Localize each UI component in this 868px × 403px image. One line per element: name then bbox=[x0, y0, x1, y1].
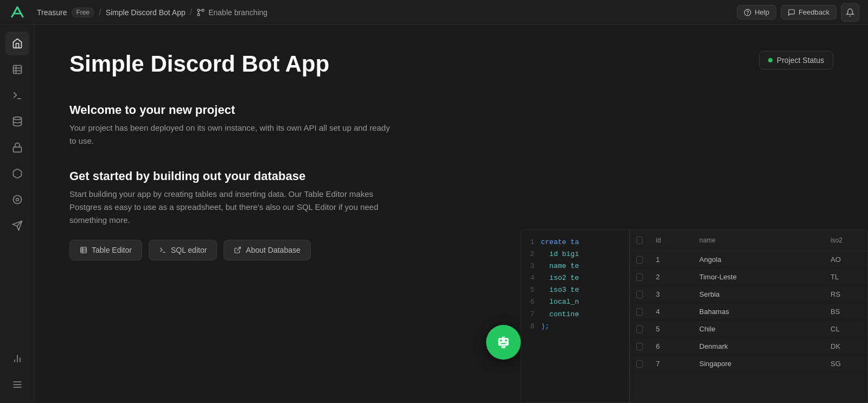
table-row: 7 Singapore SG bbox=[630, 355, 867, 373]
row-checkbox[interactable] bbox=[630, 286, 649, 303]
select-all-checkbox[interactable] bbox=[636, 236, 643, 244]
overlay-container: 1 create ta 2 id bigi 3 name te 4 iso2 t… bbox=[521, 229, 868, 403]
code-line-2: 2 id bigi bbox=[528, 248, 622, 260]
cell-iso2: AO bbox=[824, 251, 867, 268]
sidebar-item-packages[interactable] bbox=[5, 162, 29, 185]
table-row: 3 Serbia RS bbox=[630, 286, 867, 303]
cell-name: Chile bbox=[693, 321, 824, 337]
svg-rect-32 bbox=[505, 340, 507, 341]
project-name[interactable]: Simple Discord Bot App bbox=[106, 8, 186, 17]
cell-name: Bahamas bbox=[693, 303, 824, 320]
code-editor: 1 create ta 2 id bigi 3 name te 4 iso2 t… bbox=[521, 229, 629, 403]
svg-rect-7 bbox=[13, 66, 21, 74]
separator-1: / bbox=[99, 8, 101, 17]
svg-rect-33 bbox=[501, 343, 506, 344]
svg-point-6 bbox=[748, 14, 748, 14]
line-num: 2 bbox=[528, 248, 534, 260]
about-database-button[interactable]: About Database bbox=[224, 240, 310, 260]
row-checkbox[interactable] bbox=[630, 251, 649, 268]
row-checkbox[interactable] bbox=[630, 268, 649, 285]
cell-name: Serbia bbox=[693, 286, 824, 303]
col-header-iso2: iso2 bbox=[824, 234, 867, 246]
svg-rect-13 bbox=[13, 147, 21, 152]
db-title: Get started by building out your databas… bbox=[69, 169, 833, 183]
sidebar-item-table[interactable] bbox=[5, 57, 29, 81]
code-content: iso2 te bbox=[541, 272, 579, 284]
code-line-8: 8 ); bbox=[528, 321, 622, 332]
select-all-header bbox=[630, 234, 649, 246]
svg-point-2 bbox=[197, 9, 200, 11]
data-table: id name iso2 1 Angola AO 2 Timor-Leste T… bbox=[629, 229, 868, 403]
sidebar bbox=[0, 25, 35, 403]
project-status-button[interactable]: Project Status bbox=[759, 51, 833, 69]
cell-name: Timor-Leste bbox=[693, 268, 824, 285]
help-button[interactable]: Help bbox=[737, 5, 776, 20]
app-logo[interactable] bbox=[9, 4, 26, 21]
table-editor-label: Table Editor bbox=[92, 246, 132, 254]
sidebar-item-sql[interactable] bbox=[5, 84, 29, 107]
row-checkbox[interactable] bbox=[630, 338, 649, 355]
cell-id: 6 bbox=[649, 338, 693, 355]
welcome-title: Welcome to your new project bbox=[69, 103, 833, 117]
table-row: 4 Bahamas BS bbox=[630, 303, 867, 321]
feedback-button[interactable]: Feedback bbox=[781, 5, 837, 20]
cell-iso2: BS bbox=[824, 303, 867, 320]
table-editor-button[interactable]: Table Editor bbox=[69, 240, 142, 260]
svg-rect-36 bbox=[501, 346, 506, 348]
row-checkbox[interactable] bbox=[630, 303, 649, 320]
chat-widget[interactable] bbox=[486, 325, 521, 360]
topbar: Treasure Free / Simple Discord Bot App /… bbox=[0, 0, 868, 25]
workspace-name[interactable]: Treasure bbox=[37, 8, 67, 17]
svg-point-15 bbox=[16, 199, 18, 201]
line-num: 4 bbox=[528, 272, 534, 284]
code-line-6: 6 local_n bbox=[528, 296, 622, 308]
table-row: 6 Denmark DK bbox=[630, 338, 867, 355]
line-num: 5 bbox=[528, 284, 534, 296]
sidebar-item-home[interactable] bbox=[5, 31, 29, 55]
project-title: Simple Discord Bot App bbox=[69, 51, 329, 77]
sidebar-item-storage[interactable] bbox=[5, 110, 29, 133]
sidebar-item-auth[interactable] bbox=[5, 136, 29, 159]
notification-button[interactable] bbox=[841, 3, 859, 22]
cell-iso2: RS bbox=[824, 286, 867, 303]
table-icon bbox=[80, 246, 87, 254]
cell-name: Denmark bbox=[693, 338, 824, 355]
table-row: 2 Timor-Leste TL bbox=[630, 268, 867, 286]
line-num: 1 bbox=[528, 236, 534, 248]
code-line-7: 7 contine bbox=[528, 309, 622, 321]
code-line-5: 5 iso3 te bbox=[528, 284, 622, 296]
cell-id: 7 bbox=[649, 355, 693, 372]
cell-iso2: CL bbox=[824, 321, 867, 337]
sql-editor-button[interactable]: SQL editor bbox=[149, 240, 217, 260]
status-indicator bbox=[768, 58, 773, 62]
code-content: id bigi bbox=[541, 248, 579, 260]
svg-point-35 bbox=[502, 335, 504, 337]
external-link-icon bbox=[234, 246, 241, 254]
feedback-label: Feedback bbox=[799, 8, 829, 16]
cell-iso2: DK bbox=[824, 338, 867, 355]
code-content: name te bbox=[541, 260, 579, 272]
cell-name: Singapore bbox=[693, 355, 824, 372]
line-num: 3 bbox=[528, 260, 534, 272]
col-header-name: name bbox=[693, 234, 824, 246]
breadcrumb: Treasure Free / Simple Discord Bot App /… bbox=[37, 8, 732, 17]
line-num: 7 bbox=[528, 309, 534, 321]
code-content: ); bbox=[541, 321, 550, 332]
sidebar-item-monitor[interactable] bbox=[5, 188, 29, 212]
cell-id: 1 bbox=[649, 251, 693, 268]
table-row: 5 Chile CL bbox=[630, 321, 867, 338]
code-content: local_n bbox=[541, 296, 579, 308]
row-checkbox[interactable] bbox=[630, 355, 649, 372]
sidebar-item-functions[interactable] bbox=[5, 214, 29, 238]
help-label: Help bbox=[755, 8, 769, 16]
cell-id: 5 bbox=[649, 321, 693, 337]
sidebar-item-reports[interactable] bbox=[5, 347, 29, 370]
svg-point-14 bbox=[13, 196, 21, 204]
row-checkbox[interactable] bbox=[630, 321, 649, 337]
code-line-1: 1 create ta bbox=[528, 236, 622, 248]
welcome-section: Welcome to your new project Your project… bbox=[69, 103, 833, 148]
plan-badge: Free bbox=[72, 8, 95, 17]
sidebar-item-menu[interactable] bbox=[5, 373, 29, 396]
svg-point-0 bbox=[197, 14, 200, 16]
branch-button[interactable]: Enable branching bbox=[196, 8, 267, 17]
